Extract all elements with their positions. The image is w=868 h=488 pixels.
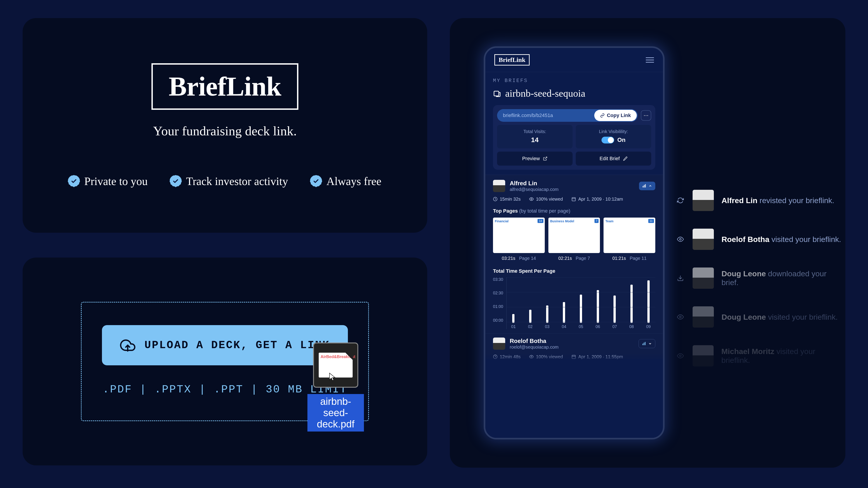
file-preview-title: AirBed&Breakfast [320,355,351,359]
duration-meta: 15min 32s [493,197,521,202]
phone-header: BriefLink [485,48,663,72]
svg-rect-4 [645,184,646,187]
upload-card: UPLOAD A DECK, GET A LINK .PDF | .PPTX |… [23,258,427,465]
activity-text: Doug Leone visited your brieflink. [721,313,838,322]
section-label: MY BRIEFS [493,78,655,84]
chart-bar: 08 [626,277,637,323]
chart-bar: 07 [609,277,620,323]
check-badge-icon [170,176,181,187]
bar-chart-icon [642,341,646,346]
y-tick: 03:30 [493,277,503,282]
page-thumbnail[interactable]: Team 11 01:21s · Page 11 [603,218,655,261]
hamburger-menu-icon[interactable] [646,57,654,63]
download-icon [676,275,685,282]
link-pill: brieflink.com/b/b2451a Copy Link [497,109,638,122]
timestamp-meta: Apr 1, 2009 · 10:12am [571,197,623,202]
chart-bar: 06 [592,277,603,323]
svg-point-16 [680,238,681,240]
thumbnail-caption: 02:21s · Page 7 [548,256,600,261]
visibility-toggle[interactable]: On [601,136,625,143]
brief-title: airbnb-seed-sequoia [505,88,585,99]
app-card: BriefLink MY BRIEFS airbnb-seed-sequoia … [450,18,845,468]
eye-icon [676,314,685,320]
y-tick: 00:00 [493,318,503,323]
activity-text: Roelof Botha visited your brieflink. [721,235,841,244]
visitor-name: Alfred Lin [510,180,639,187]
duration-meta: 12min 48s [493,354,521,359]
svg-rect-11 [645,342,646,345]
link-visibility-stat: Link Visibilility: On [576,125,651,149]
calendar-icon [571,355,576,359]
viewed-meta: 100% viewed [529,197,563,202]
page-thumbnail[interactable]: Financial 14 03:21s · Page 14 [493,218,545,261]
stat-label: Link Visibilility: [580,129,647,134]
avatar [493,180,505,192]
link-url[interactable]: brieflink.com/b/b2451a [498,112,594,119]
chart-bar: 03 [541,277,553,323]
svg-point-19 [680,355,681,357]
clock-icon [493,355,498,359]
hero-card: BriefLink Your fundraising deck link. Pr… [23,18,427,233]
avatar [692,229,714,250]
eye-icon [676,352,685,359]
activity-text: Alfred Lin revisted your brieflink. [721,196,834,205]
toggle-label: On [617,136,625,143]
feature-label: Always free [327,175,381,188]
svg-point-13 [531,356,532,357]
thumbnail-caption: 03:21s · Page 14 [493,256,545,261]
visitor-card-collapsed: Roelof Botha roelof@sequoiacap.com [485,333,663,359]
top-pages-label: Top Pages (by total time per page) [493,208,655,214]
chart-y-axis: 03:3002:3001:0000:00 [493,277,506,329]
chart-plot: 010203040506070809 [506,277,655,329]
collapse-button[interactable] [639,182,655,190]
visitor-email: roelof@sequoiacap.com [510,345,639,350]
chart-bar: 09 [643,277,654,323]
feature-private: Private to you [68,175,148,188]
cursor-icon [328,372,337,381]
timestamp-meta: Apr 1, 2009 · 11:55pm [571,354,623,359]
svg-rect-7 [572,197,576,201]
activity-item: Doug Leone visited your brieflink. [676,306,845,328]
chart-bar: 04 [559,277,569,323]
tagline: Your fundraising deck link. [153,123,297,138]
top-pages-thumbnails: Financial 14 03:21s · Page 14 Business M… [493,218,655,261]
visitor-card-expanded: Alfred Lin alfred@sequoiacap.com 15min 3… [485,175,663,359]
expand-button[interactable] [639,339,655,348]
page-thumbnail[interactable]: Business Model 7 02:21s · Page 7 [548,218,600,261]
thumbnail-image: Business Model 7 [548,218,600,253]
eye-icon [529,197,534,201]
thumbnail-image: Financial 14 [493,218,545,253]
avatar [692,190,714,211]
visitor-email: alfred@sequoiacap.com [510,187,639,192]
logo-box: BriefLink [151,63,298,110]
bar-chart-icon [642,184,646,188]
eye-icon [529,355,534,359]
more-button[interactable]: ⋯ [641,110,651,121]
activity-item: Michael Moritz visited your brieflink. [676,345,845,366]
phone-logo[interactable]: BriefLink [494,54,530,66]
chart-bar: 05 [576,277,587,323]
edit-brief-button[interactable]: Edit Brief [576,152,651,166]
stat-label: Total Visits: [501,129,568,134]
edit-label: Edit Brief [599,156,620,162]
chart-title: Total Time Spent Per Page [493,268,655,274]
brief-icon [493,90,501,98]
activity-item: Alfred Lin revisted your brieflink. [676,190,845,211]
upload-button-label: UPLOAD A DECK, GET A LINK [145,339,330,351]
preview-button[interactable]: Preview [497,152,572,166]
activity-item: Doug Leone downloaded your brief. [676,267,845,289]
dragged-filename: airbnb-seed-deck.pdf [307,394,364,431]
activity-feed: Alfred Lin revisted your brieflink. Roel… [676,190,845,366]
svg-rect-3 [644,185,645,187]
chart-bar: 01 [508,277,519,323]
cloud-upload-icon [120,337,135,353]
feature-free: Always free [311,175,381,188]
activity-item: Roelof Botha visited your brieflink. [676,229,845,250]
svg-rect-14 [572,355,576,359]
preview-label: Preview [522,156,540,162]
avatar [493,337,505,350]
logo-text: BriefLink [168,71,281,102]
calendar-icon [571,197,576,201]
dragged-file[interactable]: AirBed&Breakfast airbnb-seed-deck.pdf [307,343,364,431]
copy-link-button[interactable]: Copy Link [594,110,637,121]
